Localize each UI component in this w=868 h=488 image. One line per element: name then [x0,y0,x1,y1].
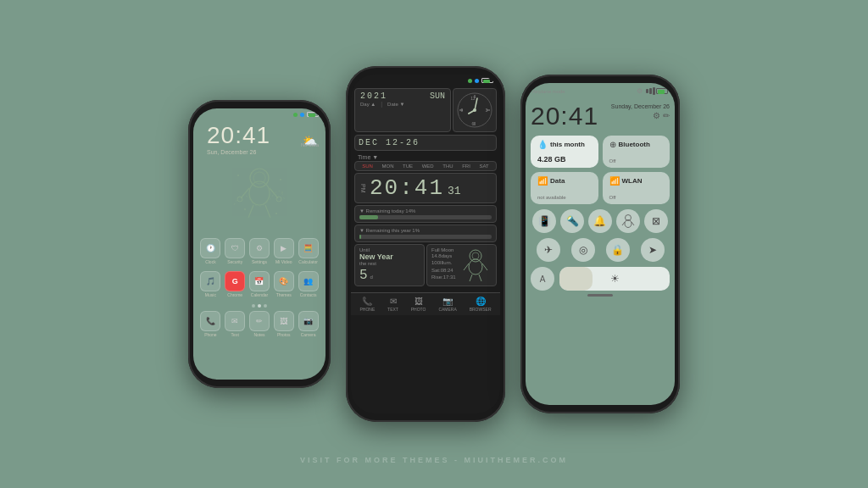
app-grid-row3: 📞 Phone ✉ Text ✏ Notes 🖼 Photos 📷 C [193,309,326,339]
phone-center: 2021 SUN Day ▲ | Date ▼ [346,66,505,422]
svg-line-36 [632,222,634,225]
app-grid-row1: 🕐 Clock 🛡 Security ⚙ Settings ▶ Mi Video… [193,236,326,266]
svg-point-9 [237,175,239,176]
day-select: Day ▲ [360,101,376,107]
flashlight-button[interactable]: 🔦 [560,209,584,233]
calendar-label: Calendar [251,292,268,297]
signal-dot [293,113,298,117]
edit-icon-small: ✏ [663,111,670,120]
small-astronaut-svg [620,214,636,229]
astronaut-icon-circle [616,209,640,233]
nav-text-icon: ✉ [390,297,397,306]
nav-photo[interactable]: 🖼 PHOTO [411,297,426,312]
notes-icon: ✏ [249,311,270,331]
app-calculator[interactable]: 🧮 Calculator [298,238,319,264]
svg-point-4 [237,197,242,202]
app-themes[interactable]: 🎨 Themes [273,271,294,297]
svg-line-3 [241,188,249,198]
themes-icon: 🎨 [274,271,294,291]
svg-point-26 [470,250,481,262]
center-content: 2021 SUN Day ▲ | Date ▼ [351,85,500,292]
nav-text[interactable]: ✉ TEXT [387,297,398,312]
progress-today-label: ▼ Remaining today 14% [359,208,492,214]
vibrate-button[interactable]: 📳 [532,209,556,233]
clock-label: Clock [205,259,216,264]
security-label: Security [227,259,242,264]
right-screen: Airplane mode ⚙ 20:41 [526,83,675,405]
calendar-icon: 📅 [249,271,270,291]
phones-container: 20:41 Sun, December 26 ⛅ No data [188,66,680,422]
bluetooth-tile[interactable]: ⊕ Bluetooth Off [603,136,670,168]
progress-today: ▼ Remaining today 14% [354,205,497,223]
center-battery [481,78,493,83]
app-contacts[interactable]: 👥 Contacts [298,271,319,297]
svg-point-2 [249,181,270,205]
center-status-bar [351,75,500,85]
app-text[interactable]: ✉ Text [225,311,246,337]
app-photos[interactable]: 🖼 Photos [273,311,294,337]
svg-line-8 [265,205,270,218]
app-security[interactable]: 🛡 Security [225,238,246,264]
app-mi-video[interactable]: ▶ Mi Video [273,238,294,264]
day-wed: WED [422,164,434,169]
data-avail-header: 📶 Data [537,176,592,186]
a-button[interactable]: A [531,267,554,291]
text-label: Text [231,332,239,337]
svg-point-27 [472,252,479,259]
left-status-bar [193,108,326,119]
analog-clock-svg: 12 3 6 9 [456,92,493,129]
app-camera[interactable]: 📷 Camera [298,311,319,337]
day-sat: SAT [479,164,488,169]
day-mon: MON [382,164,394,169]
airplane-button[interactable]: ✈ [537,238,560,262]
app-settings[interactable]: ⚙ Settings [249,238,270,264]
clock-icon: 🕐 [200,238,220,258]
music-label: Music [205,292,216,297]
big-time-box: PM 20:41 31 [354,173,497,203]
data-avail-status: not available [537,195,592,200]
wlan-tile[interactable]: 📶 WLAN Off [603,172,670,204]
app-chrome[interactable]: G Chrome [225,271,246,297]
analog-clock: 12 3 6 9 [453,88,497,132]
wlan-status: Off [609,195,664,200]
security-icon: 🛡 [225,238,245,258]
data-avail-tile[interactable]: 📶 Data not available [531,172,598,204]
app-calendar[interactable]: 📅 Calendar [249,271,270,297]
app-notes[interactable]: ✏ Notes [249,311,270,337]
nav-camera[interactable]: 📷 CAMERA [438,297,456,312]
svg-text:12: 12 [470,96,476,101]
chrome-label: Chrome [227,292,242,297]
calculator-label: Calculator [298,259,318,264]
app-phone[interactable]: 📞 Phone [200,311,221,337]
phone-label: Phone [204,332,216,337]
brightness-slider[interactable]: ☀ [559,267,670,291]
nav-phone[interactable]: 📞 PHONE [359,297,375,312]
right-date-text: Sunday, December 26 [611,103,670,109]
phone-left: 20:41 Sun, December 26 ⛅ No data [188,100,331,388]
progress-year-label: ▼ Remaining this year 1% [359,228,492,233]
app-clock[interactable]: 🕐 Clock [200,238,221,264]
mi-video-icon: ▶ [274,238,294,258]
day-thu: THU [442,164,453,169]
wlan-header: 📶 WLAN [609,176,664,186]
data-tile[interactable]: 💧 this month 4.28 GB [531,136,598,168]
lock-button[interactable]: 🔒 [606,238,630,262]
svg-text:3: 3 [486,108,488,113]
nav-phone-label: PHONE [359,307,375,312]
left-date: Sun, December 26 [200,149,319,155]
app-music[interactable]: 🎵 Music [200,271,221,297]
year-analog-row: 2021 SUN Day ▲ | Date ▼ [354,88,497,132]
right-date-column: Sunday, December 26 ⚙ ✏ [611,103,670,120]
svg-point-25 [473,108,476,112]
picture-button[interactable]: ⊠ [644,209,668,233]
svg-point-10 [280,179,281,180]
wlan-title: WLAN [622,177,643,185]
location-button[interactable]: ➤ [641,238,665,262]
nav-browser[interactable]: 🌐 BROWSER [470,297,492,312]
svg-text:9: 9 [461,108,464,113]
bottom-widgets: Until New Year the rest 5 d Full Moon [354,244,497,286]
brightness-row: A ☀ [531,267,670,291]
pm-label: PM [360,184,366,193]
bell-button[interactable]: 🔔 [588,209,612,233]
focus-button[interactable]: ◎ [571,238,595,262]
